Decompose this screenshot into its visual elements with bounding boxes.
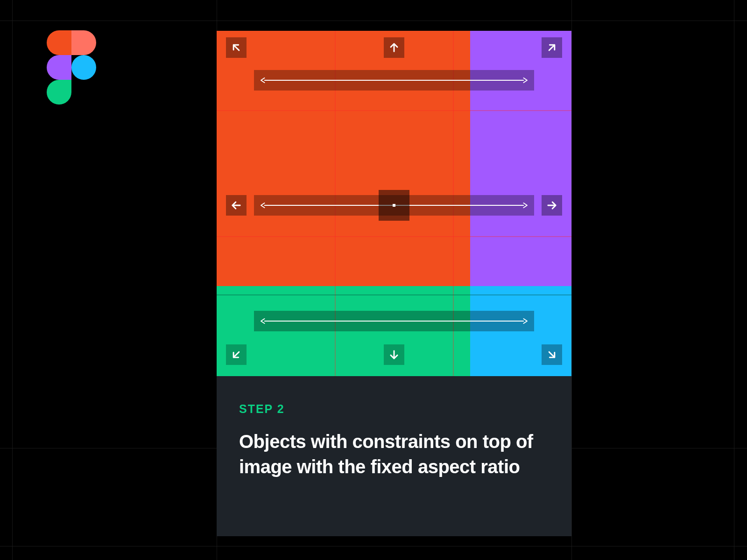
canvas-grid-line: [734, 0, 734, 560]
block-purple: [470, 31, 571, 286]
figma-logo-shape: [71, 55, 96, 80]
block-orange: [217, 31, 470, 286]
figma-logo-shape: [47, 80, 71, 105]
grid-line: [217, 110, 571, 111]
tutorial-card: STEP 2 Objects with constraints on top o…: [217, 31, 571, 536]
figma-logo-shape: [47, 30, 71, 55]
constraint-center-handle[interactable]: [379, 190, 409, 221]
constraint-top-icon[interactable]: [384, 37, 404, 58]
canvas-grid-line: [12, 0, 13, 560]
figma-logo-shape: [71, 30, 96, 55]
canvas-grid-line: [571, 0, 572, 560]
constraint-top-right-icon[interactable]: [542, 37, 562, 58]
constraint-stretch-horizontal-top[interactable]: [254, 70, 534, 91]
constraint-right-icon[interactable]: [542, 195, 562, 216]
figma-logo-shape: [47, 55, 71, 80]
constraint-bottom-icon[interactable]: [384, 344, 404, 365]
canvas-grid-line: [0, 546, 747, 546]
grid-line: [217, 294, 571, 295]
constraint-left-icon[interactable]: [226, 195, 247, 216]
card-caption: STEP 2 Objects with constraints on top o…: [217, 376, 571, 536]
constraint-stretch-horizontal-bottom[interactable]: [254, 311, 534, 331]
figma-logo: [47, 30, 96, 105]
caption-text: Objects with constraints on top of image…: [239, 429, 549, 479]
constraint-bottom-left-icon[interactable]: [226, 344, 247, 365]
constraint-diagram: [217, 31, 571, 376]
step-label: STEP 2: [239, 402, 549, 416]
constraint-bottom-right-icon[interactable]: [542, 344, 562, 365]
grid-line: [217, 236, 571, 237]
canvas-grid-line: [0, 21, 747, 21]
constraint-top-left-icon[interactable]: [226, 37, 247, 58]
center-dot-icon: [393, 204, 395, 207]
